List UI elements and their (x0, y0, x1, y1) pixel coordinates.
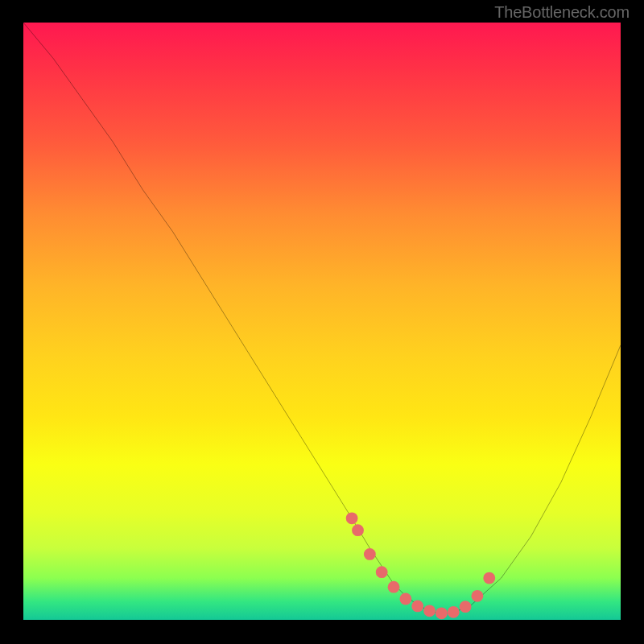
curve-marker (388, 581, 400, 593)
curve-marker (448, 606, 460, 618)
curve-marker (411, 601, 423, 613)
curve-marker (352, 524, 364, 536)
curve-marker (423, 605, 436, 617)
curve-layer (23, 23, 621, 614)
curve-marker (346, 512, 358, 524)
curve-marker (399, 593, 411, 605)
curve-marker (436, 607, 448, 619)
bottleneck-curve (23, 23, 621, 614)
curve-marker-layer (346, 512, 496, 619)
watermark-text: TheBottleneck.com (494, 3, 630, 22)
curve-marker (460, 601, 472, 613)
curve-marker (472, 590, 484, 602)
curve-marker (376, 566, 388, 578)
bottleneck-curve-chart (23, 23, 621, 620)
curve-marker (364, 548, 376, 560)
curve-marker (483, 572, 495, 584)
